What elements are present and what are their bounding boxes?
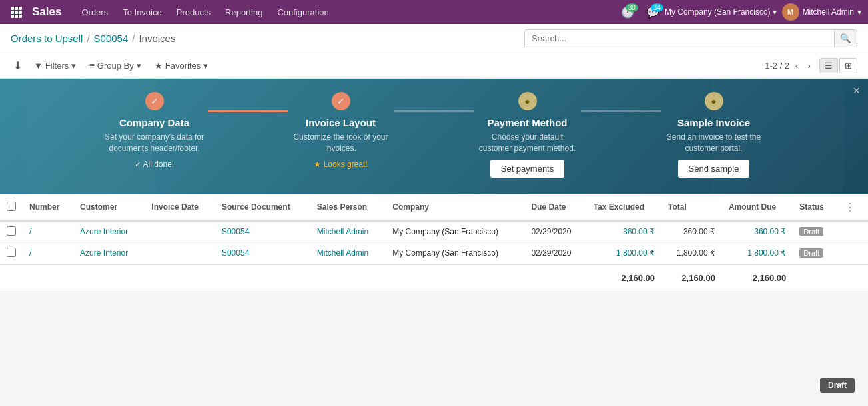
col-amount-due[interactable]: Amount Due bbox=[722, 194, 793, 221]
step-payment-method: ● Payment Method Choose your default cus… bbox=[474, 92, 581, 178]
user-menu[interactable]: M Mitchell Admin ▾ bbox=[782, 3, 861, 21]
amount-due-link[interactable]: 360.00 ₹ bbox=[754, 227, 786, 236]
row-checkbox-cell bbox=[0, 221, 23, 243]
totals-row: 2,160.00 2,160.00 2,160.00 bbox=[0, 264, 868, 292]
tax-excluded-link[interactable]: 360.00 ₹ bbox=[623, 227, 655, 236]
table-body: / Azure Interior S00054 Mitchell Admin M… bbox=[0, 221, 868, 264]
select-all-checkbox[interactable] bbox=[7, 202, 16, 211]
clock-badge[interactable]: 🕐 30 bbox=[621, 6, 634, 19]
row-checkbox-0[interactable] bbox=[7, 226, 16, 236]
connector-2 bbox=[394, 110, 474, 112]
cell-tax-excluded: 1,800.00 ₹ bbox=[587, 242, 661, 264]
top-navigation: Sales Orders To Invoice Products Reporti… bbox=[0, 0, 868, 24]
filters-button[interactable]: ▼ Filters ▾ bbox=[30, 58, 80, 73]
nav-configuration[interactable]: Configuration bbox=[270, 3, 335, 21]
number-link[interactable]: / bbox=[29, 248, 31, 258]
svg-rect-2 bbox=[19, 7, 22, 10]
cell-number: / bbox=[23, 221, 73, 243]
cell-company: My Company (San Francisco) bbox=[386, 221, 524, 243]
source-doc-link[interactable]: S00054 bbox=[222, 248, 249, 258]
col-sales-person[interactable]: Sales Person bbox=[310, 194, 386, 221]
connector-1 bbox=[208, 110, 288, 112]
grid-view-button[interactable]: ⊞ bbox=[839, 58, 857, 73]
cell-invoice-date bbox=[145, 221, 215, 243]
pager-prev[interactable]: ‹ bbox=[792, 59, 801, 72]
tax-excluded-link[interactable]: 1,800.00 ₹ bbox=[616, 248, 655, 258]
table-row: / Azure Interior S00054 Mitchell Admin M… bbox=[0, 242, 868, 264]
breadcrumb-orders-to-upsell[interactable]: Orders to Upsell bbox=[11, 33, 83, 44]
customer-link[interactable]: Azure Interior bbox=[80, 248, 128, 258]
col-due-date[interactable]: Due Date bbox=[524, 194, 586, 221]
send-sample-button[interactable]: Send sample bbox=[678, 160, 750, 178]
step-circle-1: ✓ bbox=[145, 92, 164, 110]
step-company-data: ✓ Company Data Set your company's data f… bbox=[101, 92, 208, 173]
col-total[interactable]: Total bbox=[661, 194, 722, 221]
col-number[interactable]: Number bbox=[23, 194, 73, 221]
total-total: 2,160.00 bbox=[661, 264, 722, 292]
cell-company: My Company (San Francisco) bbox=[386, 242, 524, 264]
column-menu-button[interactable]: ⋮ bbox=[843, 200, 857, 215]
cell-customer: Azure Interior bbox=[73, 242, 145, 264]
message-badge[interactable]: 💬 34 bbox=[646, 6, 659, 19]
number-link[interactable]: / bbox=[29, 227, 31, 236]
step-status-1: ✓ All done! bbox=[135, 160, 174, 169]
set-payments-button[interactable]: Set payments bbox=[490, 160, 565, 178]
pager-next[interactable]: › bbox=[805, 59, 814, 72]
search-input[interactable] bbox=[525, 30, 834, 47]
sales-person-link[interactable]: Mitchell Admin bbox=[317, 248, 368, 258]
step-circle-3: ● bbox=[518, 92, 537, 110]
groupby-button[interactable]: ≡ Group By ▾ bbox=[85, 58, 145, 73]
col-status[interactable]: Status bbox=[793, 194, 837, 221]
svg-rect-5 bbox=[19, 11, 22, 14]
svg-rect-0 bbox=[11, 7, 14, 10]
step-invoice-layout: ✓ Invoice Layout Customize the look of y… bbox=[288, 92, 394, 173]
grid-menu-icon[interactable] bbox=[7, 3, 25, 21]
nav-products[interactable]: Products bbox=[170, 3, 217, 21]
col-invoice-date[interactable]: Invoice Date bbox=[145, 194, 215, 221]
favorites-button[interactable]: ★ Favorites ▾ bbox=[151, 58, 212, 73]
total-amount-due: 2,160.00 bbox=[722, 264, 793, 292]
toolbar-left: ⬇ ▼ Filters ▾ ≡ Group By ▾ ★ Favorites ▾ bbox=[11, 57, 212, 75]
list-view-button[interactable]: ☰ bbox=[819, 58, 838, 73]
cell-total: 1,800.00 ₹ bbox=[661, 242, 722, 264]
banner-steps: ✓ Company Data Set your company's data f… bbox=[27, 92, 841, 178]
source-doc-link[interactable]: S00054 bbox=[222, 227, 249, 236]
nav-orders[interactable]: Orders bbox=[75, 3, 115, 21]
breadcrumb-s00054[interactable]: S00054 bbox=[94, 33, 129, 44]
step-status-2: ★ Looks great! bbox=[314, 160, 367, 169]
col-tax-excluded[interactable]: Tax Excluded bbox=[587, 194, 661, 221]
amount-due-link[interactable]: 1,800.00 ₹ bbox=[747, 248, 786, 258]
table-header-row: Number Customer Invoice Date Source Docu… bbox=[0, 194, 868, 221]
row-checkbox-cell bbox=[0, 242, 23, 264]
status-badge: Draft bbox=[799, 227, 823, 236]
step-title-1: Company Data bbox=[119, 117, 189, 128]
step-desc-2: Customize the look of your invoices. bbox=[291, 132, 391, 154]
step-title-3: Payment Method bbox=[487, 117, 567, 128]
cell-invoice-date bbox=[145, 242, 215, 264]
company-selector[interactable]: My Company (San Francisco) ▾ bbox=[665, 7, 777, 17]
connector-3 bbox=[581, 110, 661, 112]
search-button[interactable]: 🔍 bbox=[834, 30, 857, 47]
nav-right: 🕐 30 💬 34 My Company (San Francisco) ▾ M… bbox=[621, 3, 861, 21]
step-circle-4: ● bbox=[705, 92, 723, 110]
col-customer[interactable]: Customer bbox=[73, 194, 145, 221]
col-menu: ⋮ bbox=[837, 194, 868, 221]
sales-person-link[interactable]: Mitchell Admin bbox=[317, 227, 368, 236]
row-checkbox-1[interactable] bbox=[7, 248, 16, 257]
clock-count: 30 bbox=[626, 3, 638, 12]
nav-reporting[interactable]: Reporting bbox=[218, 3, 269, 21]
step-sample-invoice: ● Sample Invoice Send an invoice to test… bbox=[661, 92, 767, 178]
col-source-doc[interactable]: Source Document bbox=[215, 194, 310, 221]
cell-source-doc: S00054 bbox=[215, 221, 310, 243]
nav-to-invoice[interactable]: To Invoice bbox=[116, 3, 169, 21]
step-desc-1: Set your company's data for documents he… bbox=[105, 132, 205, 154]
app-title: Sales bbox=[32, 5, 61, 19]
cell-number: / bbox=[23, 242, 73, 264]
col-company[interactable]: Company bbox=[386, 194, 524, 221]
pager: 1-2 / 2 ‹ › bbox=[765, 59, 814, 72]
download-button[interactable]: ⬇ bbox=[11, 57, 25, 75]
customer-link[interactable]: Azure Interior bbox=[80, 227, 128, 236]
banner-close-button[interactable]: × bbox=[853, 84, 860, 98]
step-circle-2: ✓ bbox=[332, 92, 350, 110]
cell-status: Draft bbox=[793, 242, 837, 264]
